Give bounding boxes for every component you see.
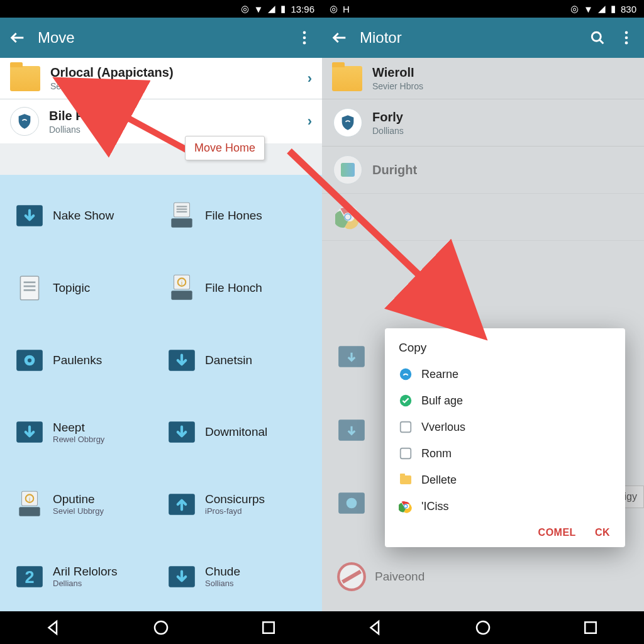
dialog-item[interactable]: Ronm [385,440,625,467]
dialog-item[interactable]: Bulf age [385,387,625,414]
app-row-forly[interactable]: Forly Dollians [322,99,644,147]
file-grid[interactable]: Nake ShowFile HonesTopigiciFile HonchPau… [0,175,322,611]
back-icon[interactable] [331,29,348,47]
dialog-item-label: Dellete [421,474,457,487]
svg-point-34 [625,31,628,35]
nav-home-icon[interactable] [474,618,492,637]
chevron-right-icon: › [308,70,312,87]
grid-item[interactable]: ChudeSollians [164,541,311,611]
doc-machine2-icon: i [14,489,45,520]
overflow-icon[interactable] [296,29,313,47]
context-dialog: Copy RearneBulf ageVverlousRonmDellete'I… [385,328,625,547]
dl-folder-icon [14,416,45,448]
dialog-item[interactable]: Dellete [385,467,625,493]
svg-rect-54 [585,622,596,633]
app-row-chrome[interactable] [322,194,644,241]
svg-point-2 [303,42,306,45]
search-icon[interactable] [589,29,606,47]
grid-item[interactable]: Paulenks [11,325,158,395]
wifi-icon: ▼ [584,4,593,14]
grid-item[interactable]: NeeptRewel Obbrgy [11,397,158,467]
nfc-icon: ◎ [241,3,249,14]
grid-item[interactable]: File Hones [164,181,311,251]
dialog-title: Copy [385,340,625,361]
svg-rect-48 [401,422,411,433]
dialog-item[interactable]: 'ICiss [385,493,625,519]
row-title: Bile Povis [49,109,297,123]
svg-rect-26 [19,507,40,516]
nav-back-icon[interactable] [44,618,63,637]
grid-item[interactable]: 2Aril RelolorsDellians [11,541,158,611]
row-sub: Seviel Surge [50,81,297,91]
grid-item[interactable]: Nake Show [11,181,158,251]
doc-machine2-icon: i [166,272,197,304]
svg-point-0 [303,31,306,35]
dialog-item-label: Vverlous [421,421,465,434]
doc-machine-icon [166,200,197,231]
svg-rect-10 [24,282,36,284]
battery-icon: ▮ [611,3,616,14]
green-check-icon [399,394,413,408]
row-title: WierolI [372,65,634,80]
wifi-icon: ▼ [254,4,264,14]
svg-point-1 [303,36,306,40]
grid-item[interactable]: Danetsin [164,325,311,395]
shield-icon [333,108,362,137]
nfc-icon: ◎ [330,3,338,14]
folder-row-wieroll[interactable]: WierolI Sevier Hbros [322,58,644,99]
h-icon: H [343,4,350,14]
svg-text:2: 2 [25,567,34,587]
grid-item-title: Topigic [53,281,156,295]
grid-item-sub: Rewel Obbrgy [53,435,156,444]
grid-item-title: Aril Relolors [53,565,156,579]
svg-point-53 [477,621,489,634]
checkbox-icon [399,447,413,460]
folder-row-orlocal[interactable]: Orlocal (Apapictans) Seviel Surge › [0,58,322,99]
app-title: Miotor [360,29,577,47]
grid-item[interactable]: Topigic [11,253,158,323]
dl-folder-icon [14,200,45,231]
clock: 13:96 [291,4,314,14]
grid-item-sub: Dellians [53,579,156,588]
screen-right: ◎ H ◎ ▼ ◢ ▮ 830 Miotor WierolI Sevier Hb… [322,0,644,644]
chrome-icon [399,499,413,513]
folder-icon [332,66,362,91]
dl-folder-icon [166,345,197,376]
dialog-item[interactable]: Rearne [385,361,625,387]
app-row-duright[interactable]: Duright [322,147,644,194]
svg-point-19 [28,358,31,362]
doc-icon [14,272,45,304]
dialog-ok-button[interactable]: CK [595,527,610,538]
grid-item-title: File Honch [205,281,308,295]
nav-home-icon[interactable] [152,618,170,637]
svg-rect-7 [177,211,187,213]
shield-icon [10,107,39,136]
app-row-bilepovis[interactable]: Bile Povis Dollians › [0,99,322,143]
grid-item[interactable]: iOputineSeviel Ubbrgy [11,470,158,540]
grid-item-title: Nake Show [53,209,156,223]
nfc-icon: ◎ [570,3,579,14]
svg-text:i: i [181,280,182,286]
svg-point-36 [625,42,628,45]
dialog-cancel-button[interactable]: COMEL [538,527,576,538]
app-icon [333,155,362,184]
back-icon[interactable] [9,29,26,47]
dialog-item[interactable]: Vverlous [385,414,625,440]
checkbox-icon [399,420,413,434]
grid-item[interactable]: ConsicurpsiPros-fayd [164,470,311,540]
overflow-icon[interactable] [618,29,635,47]
grid-item[interactable]: Dowmitonal [164,397,311,467]
svg-point-39 [345,214,350,219]
battery-icon: ▮ [280,3,286,14]
folder-icon [10,66,40,91]
clock: 830 [621,4,636,14]
blue-circle-icon [399,367,413,381]
nav-recent-icon[interactable] [259,618,278,637]
grid-item[interactable]: iFile Honch [164,253,311,323]
nav-recent-icon[interactable] [581,618,600,637]
svg-rect-5 [177,206,187,208]
app-title: Move [38,29,284,47]
svg-rect-8 [171,218,192,228]
nav-back-icon[interactable] [366,618,385,637]
grid-item-title: Neept [53,421,156,435]
